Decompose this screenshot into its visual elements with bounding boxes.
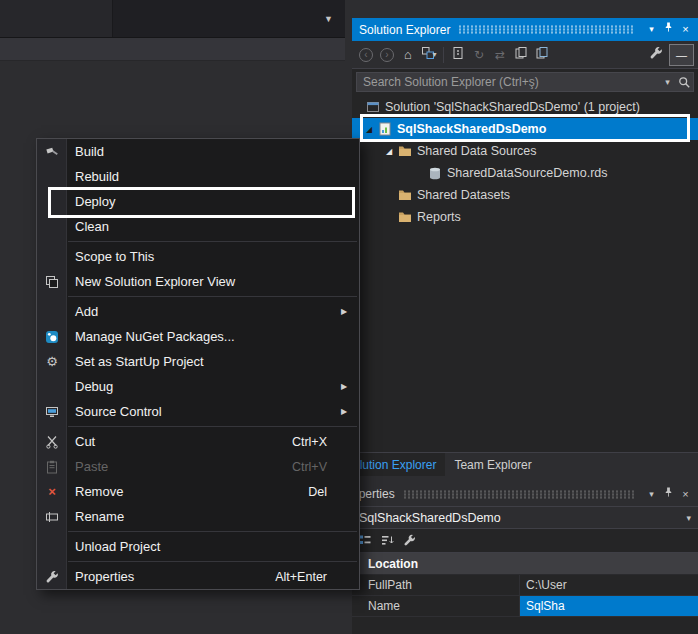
property-value-cell[interactable]: SqlSha <box>520 596 698 616</box>
new-view-icon <box>37 275 67 289</box>
tab-team-explorer[interactable]: Team Explorer <box>445 453 540 476</box>
titlebar-drag-dots <box>403 490 635 499</box>
tree-item-shared-datasets[interactable]: Shared Datasets <box>352 184 698 206</box>
close-icon[interactable]: × <box>677 483 694 506</box>
menu-item-unload-project[interactable]: Unload Project <box>37 534 359 559</box>
tab-solution-explorer[interactable]: Solution Explorer <box>352 453 445 476</box>
submenu-arrow-icon: ▶ <box>341 407 359 416</box>
toolbar-divider <box>443 47 444 63</box>
menu-item-remove[interactable]: × Remove Del <box>37 479 359 504</box>
panel-title: Solution Explorer <box>359 23 450 37</box>
menu-item-new-solution-explorer-view[interactable]: New Solution Explorer View <box>37 269 359 294</box>
cut-icon <box>37 435 67 449</box>
solution-tree: Solution 'SqlShackSharedDsDemo' (1 proje… <box>352 95 698 452</box>
search-options-chevron-icon[interactable]: ▾ <box>659 77 676 87</box>
search-box: ▾ <box>352 69 698 95</box>
navigate-back-button[interactable]: ‹ <box>356 44 376 66</box>
menu-item-rename[interactable]: Rename <box>37 504 359 529</box>
property-name-cell[interactable]: Name <box>352 596 520 616</box>
tab-label: Team Explorer <box>454 458 531 472</box>
preview-selected-items-icon: — <box>676 49 687 61</box>
menu-item-add[interactable]: Add ▶ <box>37 299 359 324</box>
properties-titlebar[interactable]: Properties ▾ × <box>352 482 698 506</box>
wrench-icon <box>37 570 67 584</box>
copy-page-button[interactable] <box>511 44 531 66</box>
menu-item-properties[interactable]: Properties Alt+Enter <box>37 564 359 589</box>
tree-item-shared-data-sources[interactable]: ◢ Shared Data Sources <box>352 140 698 162</box>
property-pages-wrench-button[interactable] <box>403 534 416 547</box>
preview-selected-items-button[interactable]: — <box>669 44 694 66</box>
property-row-name: Name SqlSha <box>352 596 698 617</box>
panel-tab-strip: Solution Explorer Team Explorer <box>352 452 698 476</box>
tree-item-label: SqlShackSharedDsDemo <box>394 122 546 136</box>
solution-explorer-panel: Solution Explorer ▾ × ‹ › ⌂ ▾ ↻ ⇄ <box>352 18 698 476</box>
navigate-forward-button[interactable]: › <box>377 44 397 66</box>
project-context-menu: Build Rebuild Deploy Clean Scope to This… <box>36 138 360 590</box>
sync-with-active-document-button[interactable]: ⇄ <box>490 44 510 66</box>
chevron-down-icon: ▾ <box>686 513 691 523</box>
tree-item-solution[interactable]: Solution 'SqlShackSharedDsDemo' (1 proje… <box>352 96 698 118</box>
alphabetical-sort-button[interactable] <box>381 534 394 547</box>
expanded-arrow-icon[interactable]: ◢ <box>362 125 376 134</box>
menu-item-clean[interactable]: Clean <box>37 214 359 239</box>
menu-item-set-as-startup-project[interactable]: ⚙ Set as StartUp Project <box>37 349 359 374</box>
solution-explorer-toolbar: ‹ › ⌂ ▾ ↻ ⇄ <box>352 41 698 69</box>
sync-icon: ⇄ <box>495 48 505 62</box>
search-icon[interactable] <box>676 76 693 89</box>
home-button[interactable]: ⌂ <box>398 44 418 66</box>
menu-item-scope-to-this[interactable]: Scope to This <box>37 244 359 269</box>
menu-item-debug[interactable]: Debug ▶ <box>37 374 359 399</box>
properties-toolbar <box>352 529 698 553</box>
settings-wrench-button[interactable] <box>646 44 666 66</box>
document-tab-area <box>0 0 113 37</box>
folder-icon <box>396 189 414 201</box>
properties-object-dropdown[interactable]: SqlShackSharedDsDemo ▾ <box>352 506 698 529</box>
search-input[interactable] <box>357 75 659 89</box>
tab-label: Solution Explorer <box>352 458 436 472</box>
category-label: Location <box>368 557 418 571</box>
tree-item-label: SharedDataSourceDemo.rds <box>444 166 608 180</box>
window-position-chevron-icon[interactable]: ▾ <box>643 18 660 41</box>
tree-item-project[interactable]: ◢ SqlShackSharedDsDemo <box>352 118 698 140</box>
nuget-icon <box>37 330 67 344</box>
refresh-icon: ↻ <box>474 48 484 62</box>
submenu-arrow-icon: ▶ <box>341 382 359 391</box>
toolbar-overflow-chevron-icon[interactable]: ▼ <box>324 14 345 24</box>
property-category-location[interactable]: Location <box>352 553 698 575</box>
tree-item-reports[interactable]: Reports <box>352 206 698 228</box>
menu-item-cut[interactable]: Cut Ctrl+X <box>37 429 359 454</box>
paste-icon <box>37 460 67 474</box>
titlebar-drag-dots <box>458 25 635 34</box>
toolbar-right-group: — <box>646 44 694 66</box>
tree-item-label: Reports <box>414 210 461 224</box>
solutions-and-folders-button[interactable]: ▾ <box>419 44 439 66</box>
menu-item-build[interactable]: Build <box>37 139 359 164</box>
property-value-cell[interactable]: C:\User <box>520 575 698 595</box>
property-name-cell[interactable]: FullPath <box>352 575 520 595</box>
folder-icon <box>396 145 414 157</box>
pin-icon[interactable] <box>660 483 677 506</box>
search-field: ▾ <box>356 72 694 92</box>
show-all-files-button[interactable] <box>448 44 468 66</box>
refresh-button[interactable]: ↻ <box>469 44 489 66</box>
tree-item-label: Shared Data Sources <box>414 144 537 158</box>
tree-item-label: Solution 'SqlShackSharedDsDemo' (1 proje… <box>382 100 640 114</box>
close-icon[interactable]: × <box>677 18 694 41</box>
window-position-chevron-icon[interactable]: ▾ <box>643 483 660 506</box>
pin-icon[interactable] <box>660 18 677 41</box>
menu-item-paste[interactable]: Paste Ctrl+V <box>37 454 359 479</box>
expanded-arrow-icon[interactable]: ◢ <box>382 147 396 156</box>
properties-page-button[interactable] <box>532 44 552 66</box>
tree-item-rds-file[interactable]: SharedDataSourceDemo.rds <box>352 162 698 184</box>
menu-item-deploy[interactable]: Deploy <box>37 189 359 214</box>
menu-separator <box>68 561 357 562</box>
menu-item-manage-nuget-packages[interactable]: Manage NuGet Packages... <box>37 324 359 349</box>
startup-gear-icon: ⚙ <box>37 354 67 369</box>
menu-item-source-control[interactable]: Source Control ▶ <box>37 399 359 424</box>
document-tab-well: ▼ <box>0 0 345 38</box>
back-icon: ‹ <box>359 48 373 62</box>
menu-item-rebuild[interactable]: Rebuild <box>37 164 359 189</box>
properties-page-icon <box>535 46 549 63</box>
solution-explorer-titlebar[interactable]: Solution Explorer ▾ × <box>352 18 698 41</box>
categorized-button[interactable] <box>359 534 372 547</box>
